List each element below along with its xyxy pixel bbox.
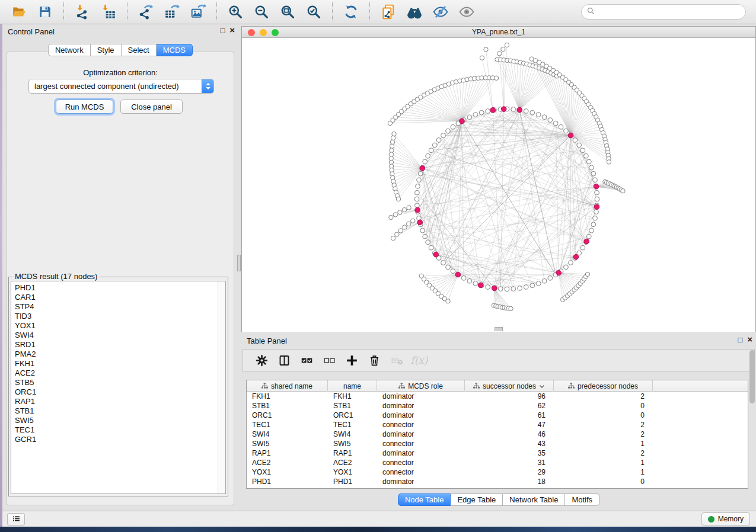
table-cell[interactable]: YOX1 xyxy=(328,467,377,477)
table-cell[interactable]: dominator xyxy=(377,401,465,411)
import-network-icon[interactable] xyxy=(74,3,91,21)
table-cell[interactable]: SWI5 xyxy=(247,439,328,448)
table-row[interactable]: PHD1PHD1dominator180 xyxy=(247,477,748,486)
table-row[interactable]: YOX1YOX1connector291 xyxy=(247,467,748,477)
table-cell[interactable]: connector xyxy=(377,420,465,430)
column-header-predecessor-nodes[interactable]: predecessor nodes xyxy=(554,380,653,392)
table-cell[interactable]: 47 xyxy=(465,420,554,430)
table-cell[interactable]: 0 xyxy=(554,401,653,411)
table-cell[interactable]: 2 xyxy=(554,420,653,430)
table-cell[interactable]: dominator xyxy=(377,448,465,458)
table-cell[interactable]: dominator xyxy=(377,477,465,486)
column-header-shared-name[interactable]: shared name xyxy=(247,380,328,392)
close-panel-icon[interactable]: × xyxy=(747,335,752,344)
zoom-fit-icon[interactable] xyxy=(279,3,296,21)
refresh-icon[interactable] xyxy=(342,3,360,21)
table-cell[interactable]: 46 xyxy=(465,430,554,439)
mcds-node-item[interactable]: GCR1 xyxy=(15,435,218,444)
mcds-node-item[interactable]: CAR1 xyxy=(15,293,218,302)
table-cell[interactable]: 1 xyxy=(554,458,653,467)
float-panel-icon[interactable]: □ xyxy=(738,336,742,344)
table-cell[interactable]: RAP1 xyxy=(247,448,328,458)
run-mcds-button[interactable]: Run MCDS xyxy=(56,100,113,114)
mcds-node-item[interactable]: STP4 xyxy=(15,302,218,312)
table-cell[interactable]: 2 xyxy=(554,430,653,439)
table-cell[interactable]: RAP1 xyxy=(328,448,377,458)
table-cell[interactable]: PHD1 xyxy=(328,477,377,486)
table-row[interactable]: ACE2ACE2connector311 xyxy=(247,458,748,467)
table-row[interactable]: SWI4SWI4dominator462 xyxy=(247,430,748,439)
table-cell[interactable]: SWI5 xyxy=(328,439,377,448)
delete-column-icon[interactable] xyxy=(366,352,382,368)
zoom-out-icon[interactable] xyxy=(253,3,270,21)
table-cell[interactable]: YOX1 xyxy=(247,467,328,477)
first-neighbors-icon[interactable] xyxy=(406,3,423,21)
column-header-successor-nodes[interactable]: successor nodes xyxy=(465,380,554,392)
table-cell[interactable]: connector xyxy=(377,467,465,477)
window-close-traffic-light[interactable] xyxy=(248,29,255,36)
search-input[interactable] xyxy=(598,8,741,16)
close-panel-button[interactable]: Close panel xyxy=(120,100,183,114)
add-column-icon[interactable] xyxy=(344,352,359,368)
table-cell[interactable]: 43 xyxy=(465,439,554,448)
mcds-node-item[interactable]: TEC1 xyxy=(15,425,218,435)
mcds-node-item[interactable]: FKH1 xyxy=(15,359,218,368)
table-cell[interactable]: 31 xyxy=(465,458,554,467)
show-panels-list-button[interactable] xyxy=(7,513,25,525)
table-cell[interactable]: 0 xyxy=(554,477,653,486)
mcds-list-scrollbar[interactable] xyxy=(218,281,225,493)
memory-button[interactable]: Memory xyxy=(701,512,750,525)
table-cell[interactable]: 1 xyxy=(554,467,653,477)
vertical-splitter-handle[interactable] xyxy=(237,255,241,271)
table-cell[interactable]: TEC1 xyxy=(328,420,377,430)
new-network-from-selection-icon[interactable] xyxy=(379,3,397,21)
mcds-node-item[interactable]: YOX1 xyxy=(15,321,218,331)
table-cell[interactable]: dominator xyxy=(377,392,465,401)
table-cell[interactable]: ORC1 xyxy=(247,411,328,420)
mcds-node-item[interactable]: ORC1 xyxy=(15,387,218,397)
table-cell[interactable]: connector xyxy=(377,439,465,448)
table-cell[interactable]: FKH1 xyxy=(247,392,328,401)
zoom-selected-icon[interactable] xyxy=(305,3,323,21)
mcds-node-item[interactable]: TID3 xyxy=(15,312,218,321)
network-graph[interactable] xyxy=(242,38,755,332)
table-row[interactable]: SWI5SWI5connector431 xyxy=(247,439,748,448)
tab-network-table[interactable]: Network Table xyxy=(503,493,565,506)
columns-icon[interactable] xyxy=(276,352,292,368)
table-cell[interactable]: dominator xyxy=(377,411,465,420)
table-cell[interactable]: SWI4 xyxy=(328,430,377,439)
table-cell[interactable]: 18 xyxy=(465,477,554,486)
table-cell[interactable]: 61 xyxy=(465,411,554,420)
search-box[interactable] xyxy=(581,4,746,20)
table-scrollbar-thumb[interactable] xyxy=(749,350,755,403)
select-all-icon[interactable] xyxy=(299,352,314,368)
table-cell[interactable]: STB1 xyxy=(328,401,377,411)
tab-edge-table[interactable]: Edge Table xyxy=(451,493,503,506)
tab-motifs[interactable]: Motifs xyxy=(565,493,599,506)
table-cell[interactable]: FKH1 xyxy=(328,392,377,401)
table-cell[interactable]: 62 xyxy=(465,401,554,411)
show-all-icon[interactable] xyxy=(458,3,476,21)
mcds-node-item[interactable]: SWI4 xyxy=(15,331,218,340)
table-scrollbar[interactable] xyxy=(749,349,755,457)
open-file-icon[interactable] xyxy=(10,3,28,21)
export-table-icon[interactable] xyxy=(163,3,181,21)
table-row[interactable]: STB1STB1dominator620 xyxy=(247,401,748,411)
hide-selected-icon[interactable] xyxy=(432,3,449,21)
save-session-icon[interactable] xyxy=(36,3,54,21)
table-row[interactable]: ORC1ORC1dominator610 xyxy=(247,411,748,420)
table-cell[interactable]: 2 xyxy=(554,392,653,401)
close-panel-icon[interactable]: × xyxy=(229,26,235,35)
table-cell[interactable]: 2 xyxy=(554,448,653,458)
table-cell[interactable]: ORC1 xyxy=(328,411,377,420)
table-cell[interactable]: 96 xyxy=(465,392,554,401)
table-cell[interactable]: PHD1 xyxy=(247,477,328,486)
table-row[interactable]: RAP1RAP1dominator352 xyxy=(247,448,748,458)
sort-chevron-icon[interactable] xyxy=(539,382,545,390)
table-cell[interactable]: STB1 xyxy=(247,401,328,411)
table-cell[interactable]: connector xyxy=(377,458,465,467)
tab-mcds[interactable]: MCDS xyxy=(157,44,193,56)
table-row[interactable]: FKH1FKH1dominator962 xyxy=(247,392,748,401)
table-row[interactable]: TEC1TEC1connector472 xyxy=(247,420,748,430)
mcds-node-item[interactable]: PHD1 xyxy=(15,283,218,293)
